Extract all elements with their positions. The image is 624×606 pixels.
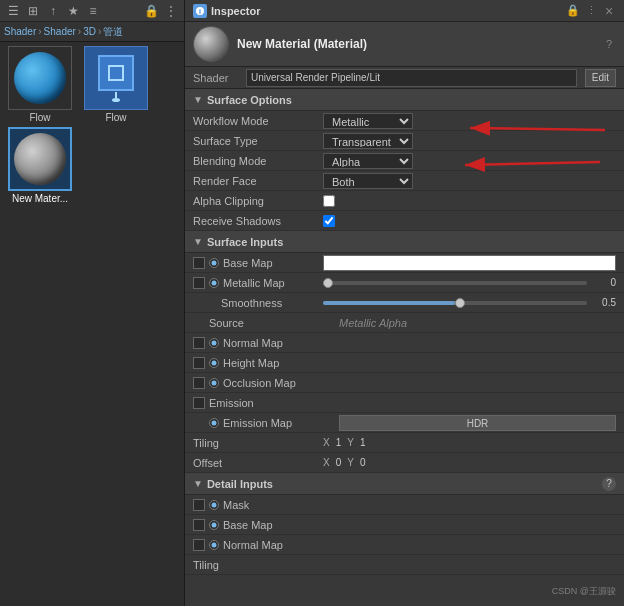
base-map-value[interactable] — [323, 255, 616, 271]
metallic-map-label: Metallic Map — [193, 277, 323, 289]
smoothness-slider-fill — [323, 301, 455, 305]
tiling-label: Tiling — [193, 437, 323, 449]
receive-shadows-checkbox[interactable] — [323, 215, 335, 227]
tiling-y-label: Y — [347, 437, 354, 448]
metallic-slider-thumb[interactable] — [323, 278, 333, 288]
surface-type-value[interactable]: Transparent — [323, 133, 616, 149]
workflow-mode-value[interactable]: Metallic — [323, 113, 616, 129]
smoothness-value[interactable]: 0.5 — [323, 297, 616, 308]
detail-normal-map-label: Normal Map — [193, 539, 323, 551]
section-surface-inputs[interactable]: ▼ Surface Inputs — [185, 231, 624, 253]
workflow-mode-select[interactable]: Metallic — [323, 113, 413, 129]
offset-y-value[interactable]: 0 — [360, 457, 366, 468]
lock-icon[interactable]: 🔒 — [142, 2, 160, 20]
more-icon[interactable]: ⋮ — [162, 2, 180, 20]
normal-map-checkbox-icon — [193, 337, 205, 349]
emission-map-label: Emission Map — [209, 417, 339, 429]
occlusion-map-checkbox-icon — [193, 377, 205, 389]
smoothness-slider-value: 0.5 — [591, 297, 616, 308]
smoothness-slider-track[interactable] — [323, 301, 587, 305]
tiling-x-value[interactable]: 1 — [336, 437, 342, 448]
flow-inner-box — [108, 65, 124, 81]
tiling-value: X 1 Y 1 — [323, 437, 616, 448]
question-icon[interactable]: ? — [602, 37, 616, 51]
prop-smoothness: Smoothness 0.5 — [185, 293, 624, 313]
base-map-checkbox-icon — [193, 257, 205, 269]
asset-label-flow1: Flow — [29, 112, 50, 123]
breadcrumb-3d[interactable]: 3D — [83, 26, 96, 37]
surface-options-arrow: ▼ — [193, 94, 203, 105]
asset-label-flow2: Flow — [105, 112, 126, 123]
shader-select[interactable]: Universal Render Pipeline/Lit — [246, 69, 577, 87]
offset-x-label: X — [323, 457, 330, 468]
inspector-svg-icon: i — [195, 6, 205, 16]
section-surface-options[interactable]: ▼ Surface Options — [185, 89, 624, 111]
render-face-select[interactable]: Both — [323, 173, 413, 189]
up-icon[interactable]: ↑ — [44, 2, 62, 20]
grid-icon[interactable]: ⊞ — [24, 2, 42, 20]
material-preview-sphere — [193, 26, 229, 62]
render-face-value[interactable]: Both — [323, 173, 616, 189]
source-label: Source — [209, 317, 339, 329]
assets-grid: Flow Flow New Mater... — [0, 42, 184, 208]
prop-detail-base-map: Base Map — [185, 515, 624, 535]
metallic-slider-track[interactable] — [323, 281, 587, 285]
flow-dot — [112, 98, 120, 102]
shader-row: Shader Universal Render Pipeline/Lit Edi… — [185, 67, 624, 89]
prop-detail-tiling: Tiling — [185, 555, 624, 575]
prop-detail-normal-map: Normal Map — [185, 535, 624, 555]
inspector-titlebar: i Inspector 🔒 ⋮ × — [185, 0, 624, 22]
blending-mode-select[interactable]: Alpha — [323, 153, 413, 169]
surface-options-title: Surface Options — [207, 94, 292, 106]
prop-source: Source Metallic Alpha — [185, 313, 624, 333]
offset-xy-row: X 0 Y 0 — [323, 457, 616, 468]
base-map-swatch[interactable] — [323, 255, 616, 271]
blending-mode-value[interactable]: Alpha — [323, 153, 616, 169]
section-detail-inputs[interactable]: ▼ Detail Inputs ? — [185, 473, 624, 495]
emission-map-value[interactable]: HDR — [339, 415, 616, 431]
asset-item-new-material[interactable]: New Mater... — [4, 127, 76, 204]
receive-shadows-value[interactable] — [323, 215, 616, 227]
star-icon[interactable]: ★ — [64, 2, 82, 20]
alpha-clipping-label: Alpha Clipping — [193, 195, 323, 207]
metallic-map-value[interactable]: 0 — [323, 277, 616, 288]
breadcrumb-pipeline[interactable]: 管道 — [103, 25, 123, 39]
prop-base-map: Base Map — [185, 253, 624, 273]
metallic-slider-container: 0 — [323, 277, 616, 288]
asset-item-flow2[interactable]: Flow — [80, 46, 152, 123]
emission-label: Emission — [193, 397, 323, 409]
left-toolbar: ☰ ⊞ ↑ ★ ≡ 🔒 ⋮ — [0, 0, 184, 22]
breadcrumb-assets[interactable]: Shader — [4, 26, 36, 37]
close-titlebar-icon[interactable]: × — [602, 4, 616, 18]
lock-titlebar-icon[interactable]: 🔒 — [566, 4, 580, 18]
prop-workflow-mode: Workflow Mode Metallic — [185, 111, 624, 131]
offset-x-value[interactable]: 0 — [336, 457, 342, 468]
edit-shader-button[interactable]: Edit — [585, 69, 616, 87]
render-face-label: Render Face — [193, 175, 323, 187]
more-titlebar-icon[interactable]: ⋮ — [584, 4, 598, 18]
asset-item-flow1[interactable]: Flow — [4, 46, 76, 123]
prop-surface-type: Surface Type Transparent — [185, 131, 624, 151]
flow-connector — [115, 92, 117, 98]
alpha-clipping-checkbox[interactable] — [323, 195, 335, 207]
sphere-blue-icon — [14, 52, 66, 104]
tiling-y-value[interactable]: 1 — [360, 437, 366, 448]
surface-type-label: Surface Type — [193, 135, 323, 147]
inspector-icon: i — [193, 4, 207, 18]
surface-type-select[interactable]: Transparent — [323, 133, 413, 149]
asset-icon-flow2 — [84, 46, 148, 110]
emission-checkbox-icon — [193, 397, 205, 409]
detail-help-icon[interactable]: ? — [602, 477, 616, 491]
hdr-button[interactable]: HDR — [339, 415, 616, 431]
breadcrumb-shader[interactable]: Shader — [44, 26, 76, 37]
smoothness-slider-container: 0.5 — [323, 297, 616, 308]
alpha-clipping-value[interactable] — [323, 195, 616, 207]
asset-icon-new-material — [8, 127, 72, 191]
prop-metallic-map: Metallic Map 0 — [185, 273, 624, 293]
menu-icon[interactable]: ☰ — [4, 2, 22, 20]
sphere-grey-icon — [14, 133, 66, 185]
metallic-map-checkbox-icon — [193, 277, 205, 289]
smoothness-slider-thumb[interactable] — [455, 298, 465, 308]
list-icon[interactable]: ≡ — [84, 2, 102, 20]
detail-normal-map-checkbox-icon — [193, 539, 205, 551]
